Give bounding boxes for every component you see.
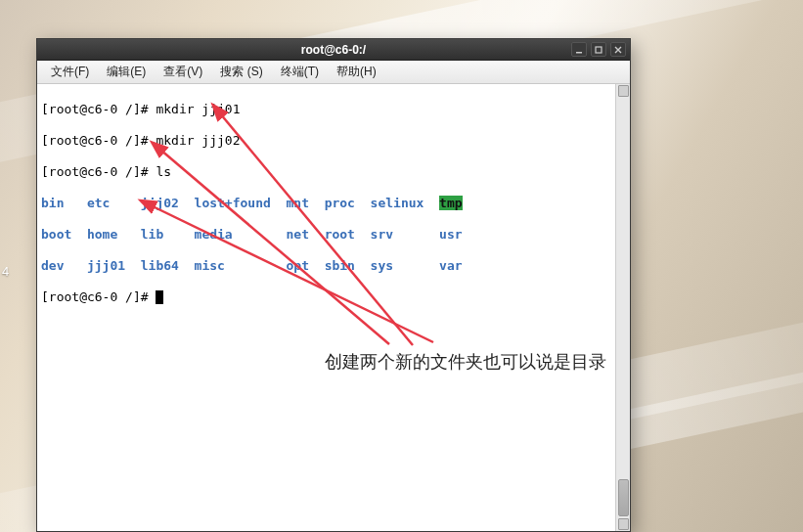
menu-file[interactable]: 文件(F) <box>43 62 97 82</box>
terminal-line: [root@c6-0 /]# <box>41 289 611 305</box>
dir-entry: proc <box>325 196 355 210</box>
dir-entry: selinux <box>371 196 424 210</box>
dir-entry: sbin <box>325 258 355 273</box>
menu-help[interactable]: 帮助(H) <box>329 62 384 82</box>
minimize-icon <box>575 46 583 54</box>
terminal-line: [root@c6-0 /]# ls <box>41 164 611 180</box>
scroll-down-button[interactable] <box>618 518 629 530</box>
titlebar[interactable]: root@c6-0:/ <box>37 39 630 61</box>
ls-row: boot home lib media net root srv usr <box>41 227 611 243</box>
dir-entry: srv <box>371 227 393 242</box>
terminal-line: [root@c6-0 /]# mkdir jjj02 <box>41 133 611 149</box>
window-title: root@c6-0:/ <box>301 43 366 57</box>
close-icon <box>614 46 622 54</box>
dir-entry-tmp: tmp <box>439 196 462 210</box>
dir-entry: boot <box>41 227 71 242</box>
dir-entry: lib <box>141 227 163 242</box>
menu-terminal[interactable]: 终端(T) <box>273 62 327 82</box>
menu-edit[interactable]: 编辑(E) <box>99 62 154 82</box>
dir-entry: root <box>325 227 355 242</box>
dir-entry: jjj01 <box>87 258 125 273</box>
scrollbar[interactable] <box>615 84 630 531</box>
dir-entry: media <box>195 227 233 242</box>
ls-row: dev jjj01 lib64 misc opt sbin sys var <box>41 258 611 274</box>
svg-rect-0 <box>576 52 582 54</box>
dir-entry: lib64 <box>141 258 179 273</box>
maximize-icon <box>595 46 602 54</box>
dir-entry: etc <box>87 196 110 210</box>
dir-entry: dev <box>41 258 64 273</box>
dir-entry: var <box>439 258 462 273</box>
ls-row: bin etc jjj02 lost+found mnt proc selinu… <box>41 196 611 211</box>
terminal-content[interactable]: [root@c6-0 /]# mkdir jjj01 [root@c6-0 /]… <box>37 84 615 531</box>
menu-view[interactable]: 查看(V) <box>156 62 210 82</box>
dir-entry: net <box>287 227 309 242</box>
minimize-button[interactable] <box>571 42 587 57</box>
terminal-line: [root@c6-0 /]# mkdir jjj01 <box>41 102 611 117</box>
dir-entry: home <box>87 227 117 242</box>
dir-entry: sys <box>371 258 393 273</box>
terminal-window: root@c6-0:/ 文件(F) 编辑(E) 查看(V) 搜索 (S) 终端(… <box>36 38 631 532</box>
close-button[interactable] <box>610 42 626 57</box>
menubar: 文件(F) 编辑(E) 查看(V) 搜索 (S) 终端(T) 帮助(H) <box>37 61 630 84</box>
window-controls <box>571 42 626 57</box>
dir-entry: bin <box>41 196 64 210</box>
menu-search[interactable]: 搜索 (S) <box>212 62 270 82</box>
dir-entry: mnt <box>287 196 309 210</box>
cursor-icon <box>156 290 163 304</box>
dir-entry: opt <box>287 258 309 273</box>
dir-entry: usr <box>439 227 462 242</box>
desktop-indicator: 4 <box>2 264 9 279</box>
scroll-thumb[interactable] <box>618 479 629 516</box>
dir-entry: misc <box>195 258 225 273</box>
maximize-button[interactable] <box>591 42 606 57</box>
scroll-up-button[interactable] <box>618 85 629 97</box>
svg-rect-1 <box>596 47 602 53</box>
terminal-area[interactable]: [root@c6-0 /]# mkdir jjj01 [root@c6-0 /]… <box>37 84 630 531</box>
dir-entry: jjj02 <box>141 196 179 210</box>
dir-entry: lost+found <box>195 196 271 210</box>
